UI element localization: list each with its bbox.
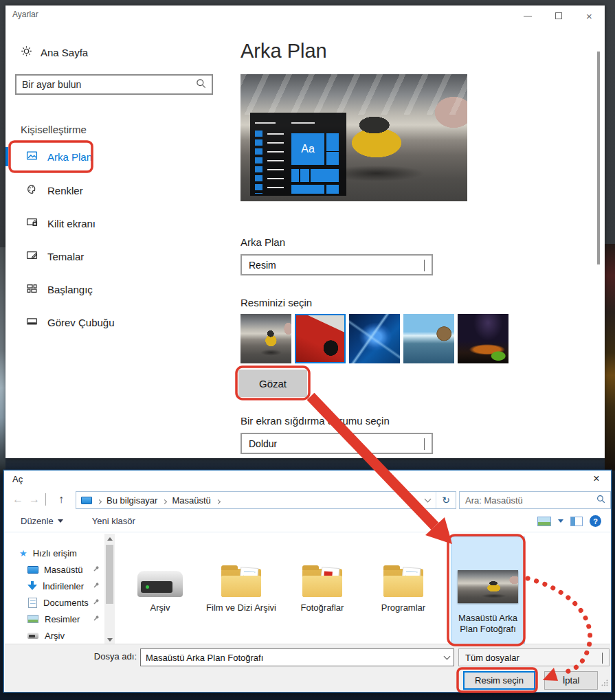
breadcrumb-chevron-icon: [163, 494, 166, 506]
sidebar-item-colors[interactable]: Renkler: [5, 178, 212, 203]
sidebar-item-taskbar[interactable]: Görev Çubuğu: [5, 310, 212, 335]
chevron-down-icon: [602, 653, 603, 663]
browse-button[interactable]: Gözat: [238, 370, 307, 397]
history-chevron-icon[interactable]: [45, 493, 46, 506]
fit-dropdown[interactable]: Doldur: [241, 433, 433, 454]
filetype-dropdown[interactable]: Tüm dosyalar: [458, 648, 610, 666]
picture-icon: [26, 150, 38, 164]
desktop-icon: [27, 566, 38, 574]
settings-window: Ayarlar × Ana Sayfa Kişiselleştirme Arka…: [5, 5, 605, 458]
address-dropdown-chevron-icon[interactable]: [420, 492, 436, 508]
picture-thumbnails: [241, 314, 508, 363]
thumbnail-red-car-selected[interactable]: [295, 314, 346, 363]
search-icon: [596, 494, 605, 506]
settings-search-box[interactable]: [15, 74, 213, 95]
scroll-down-icon: [107, 638, 113, 642]
tree-item-quick-access[interactable]: ★ Hızlı erişim: [4, 545, 104, 561]
thumbnail-beach[interactable]: [403, 314, 454, 363]
page-title: Arka Plan: [241, 40, 327, 63]
minimize-button[interactable]: [512, 5, 543, 26]
background-type-value: Resim: [249, 260, 276, 271]
open-picture-button[interactable]: Resim seçin: [463, 671, 535, 690]
sidebar-item-start[interactable]: Başlangıç: [5, 277, 212, 302]
organize-menu[interactable]: Düzenle: [21, 516, 63, 526]
sidebar-item-themes[interactable]: Temalar: [5, 244, 212, 269]
drive-icon: [27, 633, 38, 639]
sidebar-item-label: Arka Plan: [47, 151, 92, 163]
thumbnail-yellow-car[interactable]: [241, 314, 291, 363]
pin-icon: [92, 596, 100, 609]
home-nav[interactable]: Ana Sayfa: [21, 45, 88, 60]
filename-input[interactable]: [141, 653, 440, 663]
tree-item-documents[interactable]: Documents: [4, 595, 104, 610]
cancel-button[interactable]: İptal: [544, 671, 598, 690]
sidebar-item-label: Görev Çubuğu: [47, 317, 115, 328]
settings-search-input[interactable]: [16, 79, 196, 90]
fit-dropdown-label: Bir ekran sığdırma durumu seçin: [241, 415, 390, 427]
new-folder-label: Yeni klasör: [92, 516, 135, 526]
tree-scrollbar[interactable]: [104, 534, 115, 645]
view-thumbnails-icon[interactable]: [537, 517, 551, 526]
filename-combobox[interactable]: [140, 648, 454, 666]
filename-label: Dosya adı:: [74, 651, 137, 662]
themes-icon: [26, 249, 38, 264]
forward-icon[interactable]: →: [26, 493, 43, 506]
pin-icon: [92, 580, 100, 592]
filename-dropdown-chevron-icon[interactable]: [440, 649, 454, 666]
tree-item-desktop[interactable]: Masaüstü: [4, 562, 104, 577]
sidebar-item-label: Renkler: [47, 185, 83, 196]
close-button[interactable]: ×: [574, 5, 605, 26]
file-item-programs[interactable]: Programlar: [365, 539, 442, 629]
sidebar-item-lockscreen[interactable]: Kilit ekranı: [5, 211, 212, 236]
tree-item-pictures[interactable]: Resimler: [4, 611, 104, 626]
drive-icon: [137, 571, 183, 597]
help-icon[interactable]: ?: [590, 515, 601, 527]
preview-pane-icon[interactable]: [570, 517, 583, 526]
breadcrumb-desktop[interactable]: Masaüstü: [168, 495, 214, 506]
maximize-button[interactable]: [543, 5, 574, 26]
scroll-up-icon: [107, 537, 113, 541]
view-dropdown-icon[interactable]: [558, 519, 563, 523]
file-item-film-archive[interactable]: Film ve Dizi Arşivi: [203, 539, 280, 629]
file-item-photos[interactable]: Fotoğraflar: [284, 539, 361, 629]
tree-item-downloads[interactable]: İndirilenler: [4, 578, 104, 594]
folder-icon: [221, 565, 261, 597]
dialog-search-input[interactable]: [460, 495, 596, 506]
dialog-title: Aç: [12, 474, 23, 484]
refresh-icon[interactable]: ↻: [436, 492, 456, 508]
dialog-search-box[interactable]: [459, 491, 611, 509]
up-icon[interactable]: ↑: [53, 493, 69, 506]
sidebar-item-label: Kilit ekranı: [47, 218, 96, 229]
new-folder-button[interactable]: Yeni klasör: [92, 516, 135, 526]
thumbnail-night-camp[interactable]: [458, 314, 508, 363]
pin-icon: [92, 563, 100, 576]
desktop-wallpaper-right: [605, 244, 615, 471]
file-item-desktop-background-photo-selected[interactable]: Masaüstü Arka Plan Fotoğrafı: [451, 537, 525, 645]
address-bar[interactable]: Bu bilgisayar Masaüstü ↻: [76, 491, 456, 509]
sidebar-item-background[interactable]: Arka Plan: [5, 144, 212, 169]
this-pc-icon: [81, 497, 92, 504]
back-icon[interactable]: ←: [10, 493, 26, 506]
search-icon: [196, 78, 206, 91]
downloads-icon: [27, 581, 37, 591]
taskbar-icon: [26, 315, 38, 330]
folder-icon: [302, 565, 342, 597]
resize-grip[interactable]: [601, 677, 608, 689]
thumbnail-windows-default[interactable]: [349, 314, 400, 363]
section-title: Kişiselleştirme: [21, 124, 87, 135]
tree-item-archive[interactable]: Arşiv: [4, 628, 104, 643]
file-item-archive-drive[interactable]: Arşiv: [122, 539, 199, 629]
dialog-footer: Dosya adı: Tüm dosyalar Resim seçin İpta…: [5, 644, 610, 691]
background-preview-image: Aa: [241, 74, 467, 201]
palette-icon: [26, 183, 38, 198]
settings-scrollbar[interactable]: [597, 52, 600, 264]
chevron-down-icon: [424, 438, 425, 449]
breadcrumb-this-pc[interactable]: Bu bilgisayar: [102, 495, 161, 506]
dialog-close-button[interactable]: ×: [589, 473, 604, 485]
folder-icon: [383, 565, 423, 597]
background-type-dropdown[interactable]: Resim: [241, 254, 433, 275]
sidebar-item-label: Başlangıç: [47, 284, 93, 295]
file-open-dialog: Aç × ← → ↑ Bu bilgisayar Masaüstü ↻: [3, 470, 612, 692]
minimize-icon: [524, 16, 532, 16]
start-menu-preview: Aa: [250, 113, 346, 196]
